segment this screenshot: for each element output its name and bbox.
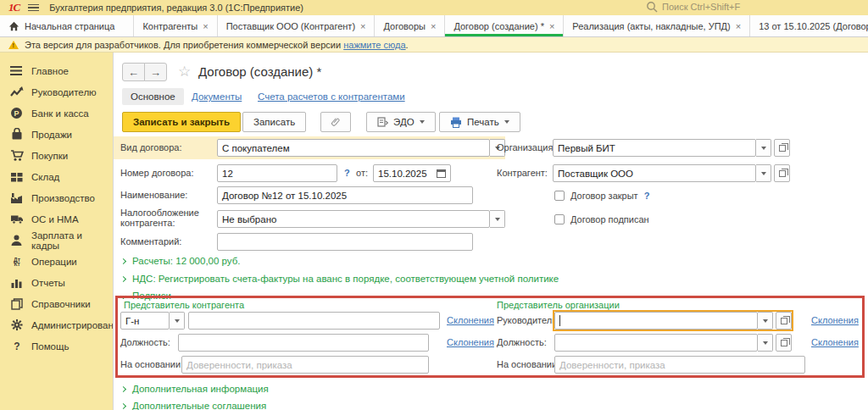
head-label: Руководитель:	[497, 315, 559, 325]
tax-select[interactable]: Не выбрано	[217, 210, 505, 228]
head-select[interactable]	[554, 312, 792, 330]
number-input[interactable]: 12	[217, 164, 337, 182]
kind-label: Вид договора:	[120, 142, 182, 152]
sidebar-item-label: Руководителю	[31, 87, 97, 97]
name-input[interactable]: Договор №12 от 15.10.2025	[217, 186, 473, 204]
sidebar-item-rukovoditelyu[interactable]: Руководителю	[0, 81, 113, 102]
tab-13-dogovor[interactable]: 13 от 15.10.2025 (Договор) ×	[750, 15, 868, 36]
chevron-down-icon[interactable]	[756, 164, 771, 182]
sidebar-item-otchety[interactable]: Отчеты	[0, 272, 113, 293]
salutation-select[interactable]: Г-н	[120, 312, 185, 330]
menu-lines-icon	[10, 65, 24, 77]
signed-checkbox[interactable]	[554, 214, 565, 224]
calendar-icon[interactable]	[437, 169, 446, 178]
org-position-select[interactable]	[554, 334, 792, 352]
tab-dogovory[interactable]: Договоры ×	[375, 15, 445, 36]
org-select[interactable]: Первый БИТ	[553, 139, 790, 157]
kind-select[interactable]: С покупателем	[217, 139, 505, 157]
partner-label: Контрагент:	[497, 168, 548, 178]
contragent-name-declension-link[interactable]: Склонения	[447, 315, 494, 325]
save-button[interactable]: Записать	[242, 112, 306, 132]
section-raschety[interactable]: Расчеты: 12 000,00 руб.	[121, 256, 241, 266]
open-link-icon[interactable]	[776, 312, 792, 330]
contragent-position-label: Должность:	[120, 337, 170, 347]
printer-icon	[450, 117, 462, 128]
close-icon[interactable]: ×	[203, 21, 208, 31]
close-icon[interactable]: ×	[549, 21, 554, 31]
sidebar-item-sklad[interactable]: Склад	[0, 166, 113, 187]
back-button[interactable]: ←	[122, 63, 145, 81]
contragent-basis-input[interactable]: Доверенности, приказа	[181, 356, 429, 374]
form-tab-dokumenty[interactable]: Документы	[192, 91, 242, 102]
signed-checkbox-row[interactable]: Договор подписан	[554, 214, 649, 224]
global-search-input[interactable]: Поиск Ctrl+Shift+F	[646, 1, 858, 13]
sections-panel: Главное Руководителю Р Банк и касса Прод…	[0, 53, 113, 410]
buy-commercial-link[interactable]: нажмите сюда	[343, 40, 405, 50]
print-button[interactable]: Печать	[439, 112, 520, 132]
date-input[interactable]: 15.10.2025	[373, 164, 451, 182]
chevron-right-icon	[120, 402, 126, 408]
head-declension-link[interactable]: Склонения	[811, 315, 859, 325]
sidebar-item-label: Производство	[31, 193, 95, 203]
dogovor-form: ← → ☆ Договор (создание) * Основное Доку…	[113, 53, 868, 410]
chevron-down-icon[interactable]	[170, 312, 185, 330]
sidebar-item-administrirovanie[interactable]: Администрирование	[0, 314, 113, 335]
org-position-declension-link[interactable]: Склонения	[811, 337, 859, 347]
close-icon[interactable]: ×	[736, 21, 741, 31]
sidebar-item-pomoshch[interactable]: ? Помощь	[0, 335, 113, 357]
sidebar-item-proizvodstvo[interactable]: Производство	[0, 187, 113, 208]
tab-kontragenty[interactable]: Контрагенты ×	[134, 15, 217, 36]
sidebar-item-zarplata-kadry[interactable]: Зарплата и кадры	[0, 230, 113, 251]
closed-help-link[interactable]: ?	[644, 191, 650, 201]
closed-checkbox[interactable]	[554, 191, 565, 201]
form-tab-scheta[interactable]: Счета расчетов с контрагентами	[258, 91, 405, 102]
sidebar-item-label: Отчеты	[31, 278, 65, 288]
chevron-down-icon[interactable]	[490, 210, 505, 228]
save-close-button[interactable]: Записать и закрыть	[122, 112, 241, 132]
tab-postavshchik[interactable]: Поставщик ООО (Контрагент) ×	[218, 15, 376, 36]
favorite-star-icon[interactable]: ☆	[178, 63, 191, 80]
closed-checkbox-row[interactable]: Договор закрыт ?	[554, 191, 649, 201]
sidebar-item-operacii[interactable]: ДтКт Операции	[0, 251, 113, 272]
org-basis-input[interactable]: Доверенности, приказа	[554, 356, 805, 374]
number-help-link[interactable]: ?	[344, 168, 350, 178]
open-link-icon[interactable]	[776, 334, 792, 352]
sidebar-item-label: Продажи	[31, 130, 72, 140]
chevron-down-icon[interactable]	[758, 312, 773, 330]
attachments-button[interactable]	[320, 112, 351, 132]
warning-suffix: .	[406, 40, 409, 50]
section-nds[interactable]: НДС: Регистрировать счета-фактуры на ава…	[121, 274, 559, 284]
close-icon[interactable]: ×	[360, 21, 365, 31]
tab-realizaciya[interactable]: Реализация (акты, накладные, УПД) ×	[564, 15, 750, 36]
grid-icon	[10, 171, 24, 183]
main-menu-icon[interactable]	[28, 3, 39, 14]
tab-dogovor-sozdanie[interactable]: Договор (создание) * ×	[445, 15, 564, 36]
sidebar-item-label: Покупки	[31, 151, 68, 161]
sidebar-item-bank-kassa[interactable]: Р Банк и касса	[0, 102, 113, 124]
chevron-down-icon[interactable]	[758, 334, 773, 352]
sidebar-item-pokupki[interactable]: Покупки	[0, 145, 113, 166]
sidebar-item-os-nma[interactable]: ОС и НМА	[0, 208, 113, 230]
comment-input[interactable]	[217, 233, 473, 251]
sidebar-item-label: Склад	[31, 172, 59, 182]
partner-select[interactable]: Поставщик ООО	[553, 164, 790, 182]
from-label: от:	[356, 168, 368, 178]
chevron-down-icon[interactable]	[756, 139, 771, 157]
open-link-icon[interactable]	[774, 139, 790, 157]
close-icon[interactable]: ×	[431, 21, 436, 31]
tab-label: Договор (создание) *	[453, 21, 544, 31]
contragent-position-declension-link[interactable]: Склонения	[447, 337, 494, 347]
open-link-icon[interactable]	[774, 164, 790, 182]
section-dop-info[interactable]: Дополнительная информация	[121, 384, 269, 394]
sidebar-item-glavnoe[interactable]: Главное	[0, 60, 113, 81]
edo-button[interactable]: ЭДО	[366, 112, 436, 132]
contragent-position-input[interactable]	[178, 334, 429, 352]
forward-button[interactable]: →	[144, 63, 167, 81]
signed-label: Договор подписан	[570, 214, 649, 224]
form-tab-osnovnoe[interactable]: Основное	[122, 88, 184, 105]
sidebar-item-spravochniki[interactable]: Справочники	[0, 293, 113, 314]
tab-home[interactable]: Начальная страница	[0, 15, 134, 36]
contragent-rep-name-input[interactable]	[188, 312, 440, 330]
sidebar-item-prodazhi[interactable]: Продажи	[0, 124, 113, 145]
section-dop-soglasheniya[interactable]: Дополнительные соглашения	[121, 401, 266, 410]
